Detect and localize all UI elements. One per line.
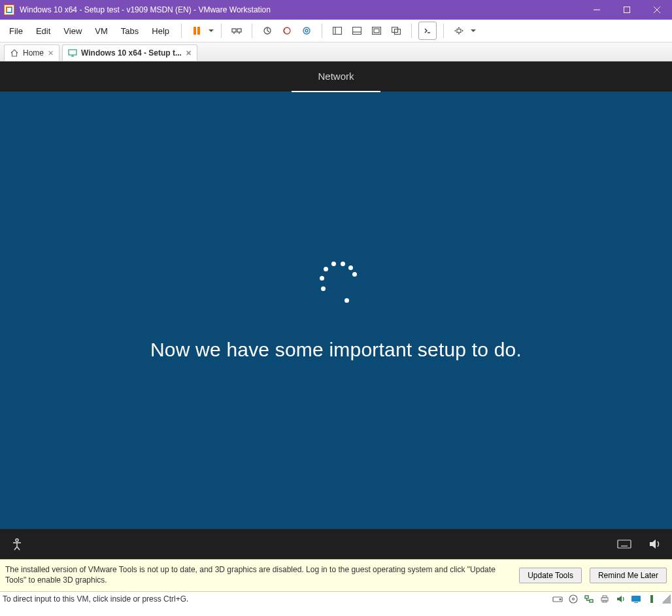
tab-home-label: Home (23, 48, 44, 58)
keyboard-layout-icon[interactable] (617, 539, 631, 549)
status-harddisk-icon[interactable] (552, 593, 563, 605)
toolbar-separator (252, 24, 252, 38)
svg-rect-4 (193, 27, 196, 35)
close-button[interactable] (642, 0, 672, 20)
svg-point-37 (569, 595, 577, 603)
svg-rect-40 (590, 600, 593, 602)
status-bar: To direct input to this VM, click inside… (0, 592, 672, 606)
fullscreen-button[interactable] (368, 22, 385, 39)
remind-later-button[interactable]: Remind Me Later (590, 568, 667, 583)
vm-monitor-icon (68, 48, 77, 58)
snapshot-revert-button[interactable] (278, 22, 295, 39)
window-titlebar: Windows 10 x64 - Setup test - v1909 MSDN… (0, 0, 672, 20)
toolbar-separator (221, 24, 222, 38)
tab-home-close[interactable]: ✕ (48, 49, 54, 58)
tab-row: Home ✕ Windows 10 x64 - Setup t... ✕ (0, 43, 672, 61)
toolbar-separator (181, 24, 182, 38)
svg-rect-24 (69, 50, 76, 55)
snapshot-manager-button[interactable] (298, 22, 315, 39)
svg-rect-16 (353, 27, 361, 35)
toolbar-separator (443, 24, 444, 38)
guest-display[interactable]: Network Now we have some important setup… (0, 61, 672, 559)
menu-vm[interactable]: VM (90, 24, 113, 39)
status-display-icon[interactable] (630, 593, 642, 605)
update-tools-button[interactable]: Update Tools (519, 568, 582, 583)
infobar-message: The installed version of VMware Tools is… (5, 565, 511, 585)
svg-point-27 (16, 539, 18, 541)
svg-rect-5 (197, 27, 200, 35)
stretch-menu-dropdown[interactable] (470, 27, 477, 35)
menu-file[interactable]: File (4, 24, 28, 39)
tab-active-label: Windows 10 x64 - Setup t... (81, 48, 182, 58)
oobe-footer (0, 529, 672, 559)
menu-view[interactable]: View (58, 24, 87, 39)
svg-rect-39 (585, 596, 588, 598)
svg-rect-44 (631, 596, 641, 602)
svg-rect-46 (650, 595, 653, 603)
menu-tabs[interactable]: Tabs (116, 24, 144, 39)
svg-rect-1 (624, 7, 630, 13)
tab-active-close[interactable]: ✕ (186, 49, 192, 58)
pause-vm-button[interactable] (188, 22, 205, 39)
toolbar-separator (322, 24, 322, 38)
statusbar-hint: To direct input to this VM, click inside… (3, 594, 188, 604)
status-network-icon[interactable] (583, 593, 595, 605)
svg-rect-6 (232, 29, 236, 32)
show-bottombar-button[interactable] (348, 22, 365, 39)
oobe-message: Now we have some important setup to do. (150, 339, 522, 361)
maximize-button[interactable] (612, 0, 642, 20)
minimize-button[interactable] (582, 0, 612, 20)
svg-rect-19 (374, 29, 379, 33)
svg-point-13 (305, 29, 308, 32)
tab-active-vm[interactable]: Windows 10 x64 - Setup t... ✕ (62, 44, 197, 61)
svg-rect-45 (634, 602, 638, 603)
status-message-indicator-icon[interactable] (646, 593, 658, 605)
loading-spinner-icon (313, 260, 359, 306)
svg-point-11 (284, 27, 290, 34)
vmware-tools-infobar: The installed version of VMware Tools is… (0, 559, 672, 592)
menu-edit[interactable]: Edit (31, 24, 56, 39)
window-title: Windows 10 x64 - Setup test - v1909 MSDN… (20, 5, 582, 14)
menu-toolbar: File Edit View VM Tabs Help (0, 20, 672, 43)
send-ctrl-alt-del-button[interactable] (228, 22, 245, 39)
volume-icon[interactable] (648, 538, 662, 550)
status-sound-icon[interactable] (614, 593, 626, 605)
power-menu-dropdown[interactable] (208, 27, 214, 35)
stretch-guest-button[interactable] (450, 22, 467, 39)
show-sidebar-button[interactable] (329, 22, 346, 39)
svg-rect-14 (333, 27, 342, 35)
oobe-body: Now we have some important setup to do. (0, 92, 672, 529)
toolbar-separator (411, 24, 412, 38)
console-view-button[interactable] (418, 22, 437, 40)
status-cd-icon[interactable] (567, 593, 579, 605)
svg-point-38 (573, 598, 575, 600)
tab-home[interactable]: Home ✕ (4, 44, 59, 61)
svg-rect-28 (618, 540, 631, 548)
unity-mode-button[interactable] (388, 22, 405, 39)
svg-rect-23 (457, 29, 461, 33)
accessibility-icon[interactable] (10, 538, 24, 551)
snapshot-take-button[interactable] (259, 22, 276, 39)
oobe-step-header: Network (0, 61, 672, 92)
status-printer-icon[interactable] (599, 593, 611, 605)
resize-grip-icon[interactable] (662, 594, 671, 604)
svg-rect-42 (603, 596, 607, 598)
svg-rect-7 (237, 29, 241, 32)
svg-point-12 (303, 27, 310, 34)
svg-point-36 (560, 599, 561, 600)
oobe-step-label: Network (292, 61, 380, 92)
menu-help[interactable]: Help (146, 24, 175, 39)
app-icon (4, 5, 14, 15)
home-icon (10, 48, 19, 58)
